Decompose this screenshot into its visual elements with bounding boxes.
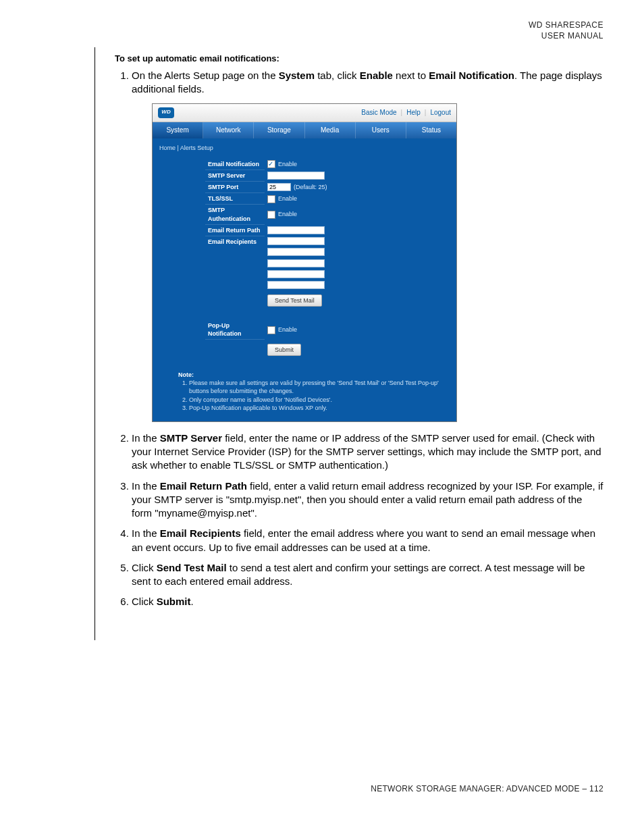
checkbox-tls[interactable]: [267, 195, 275, 203]
tab-system[interactable]: System: [153, 122, 203, 138]
button-submit[interactable]: Submit: [267, 344, 301, 356]
step-5: Click Send Test Mail to send a test aler…: [132, 561, 603, 589]
tab-users[interactable]: Users: [356, 122, 406, 138]
section-heading: To set up automatic email notifications:: [115, 53, 603, 63]
label-tls-ssl: TLS/SSL: [205, 193, 265, 205]
step-3: In the Email Return Path field, enter a …: [132, 479, 603, 521]
breadcrumb: Home | Alerts Setup: [159, 144, 450, 152]
app-topbar: WD Basic Mode | Help | Logout: [153, 104, 456, 122]
link-basic-mode[interactable]: Basic Mode: [361, 108, 396, 118]
wd-logo-icon: WD: [158, 107, 174, 118]
page-footer: NETWORK STORAGE MANAGER: ADVANCED MODE –…: [371, 784, 603, 793]
step-4: In the Email Recipients field, enter the…: [132, 527, 603, 554]
input-smtp-server[interactable]: [267, 172, 325, 180]
input-return-path[interactable]: [267, 226, 325, 234]
input-recipient-3[interactable]: [267, 259, 325, 267]
link-logout[interactable]: Logout: [430, 108, 451, 118]
tab-network[interactable]: Network: [203, 122, 254, 138]
label-smtp-server: SMTP Server: [205, 170, 265, 181]
label-recipients: Email Recipients: [205, 236, 265, 290]
label-return-path: Email Return Path: [205, 224, 265, 236]
tab-status[interactable]: Status: [406, 122, 456, 138]
link-help[interactable]: Help: [406, 108, 421, 118]
input-recipient-4[interactable]: [267, 270, 325, 278]
step-2: In the SMTP Server field, enter the name…: [132, 432, 603, 473]
step-6: Click Submit.: [132, 595, 603, 608]
label-smtp-auth: SMTP Authentication: [205, 205, 265, 224]
label-smtp-port: SMTP Port: [205, 182, 265, 193]
note-2: Only computer name is allowed for 'Notif…: [189, 396, 450, 404]
doc-header: WD SHARESPACE USER MANUAL: [41, 20, 603, 41]
vertical-rule: [95, 47, 95, 640]
note-3: Pop-Up Notification applicable to Window…: [189, 404, 450, 412]
input-smtp-port[interactable]: [267, 183, 291, 191]
note-1: Please make sure all settings are valid …: [189, 379, 450, 395]
input-recipient-2[interactable]: [267, 248, 325, 256]
label-popup-notification: Pop-Up Notification: [205, 320, 265, 340]
doc-title-1: WD SHARESPACE: [41, 20, 603, 31]
button-send-test-mail[interactable]: Send Test Mail: [267, 294, 322, 307]
checkbox-popup[interactable]: [267, 326, 275, 334]
doc-title-2: USER MANUAL: [41, 31, 603, 42]
nav-tabs: System Network Storage Media Users Statu…: [153, 122, 456, 138]
checkbox-auth[interactable]: [267, 211, 275, 219]
tab-media[interactable]: Media: [305, 122, 356, 138]
step-1: On the Alerts Setup page on the System t…: [132, 69, 603, 422]
note-block: Note: Please make sure all settings are …: [178, 371, 450, 412]
app-screenshot: WD Basic Mode | Help | Logout System Net…: [152, 103, 457, 422]
tab-storage[interactable]: Storage: [254, 122, 304, 138]
input-recipient-1[interactable]: [267, 237, 325, 245]
checkbox-email-notif[interactable]: [267, 160, 275, 168]
input-recipient-5[interactable]: [267, 281, 325, 289]
label-email-notification: Email Notification: [205, 159, 265, 170]
